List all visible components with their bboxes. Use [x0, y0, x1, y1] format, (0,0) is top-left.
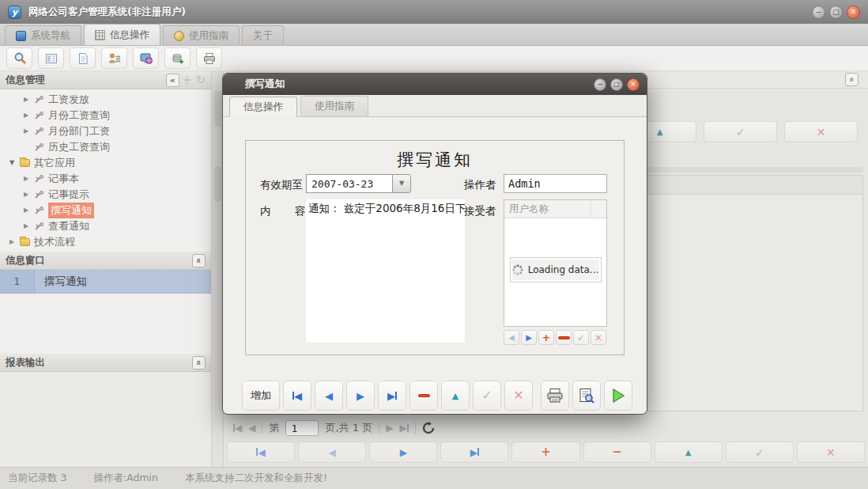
- print-button[interactable]: [541, 381, 569, 411]
- close-button[interactable]: ✕: [847, 6, 860, 19]
- confirm-button[interactable]: ✓: [704, 121, 777, 142]
- tree-item-history-salary-query[interactable]: 历史工资查询: [0, 139, 211, 155]
- expand-arrow-icon[interactable]: ▶: [24, 223, 30, 229]
- document-toolbar-button[interactable]: [70, 47, 96, 69]
- up-button[interactable]: ▲: [441, 381, 470, 411]
- tree-item-other-apps[interactable]: ▼其它应用: [0, 155, 211, 171]
- collapse-left-icon[interactable]: «: [166, 74, 179, 87]
- dialog-minimize-button[interactable]: −: [594, 78, 606, 91]
- refresh-icon[interactable]: ↻: [195, 74, 206, 86]
- expand-arrow-icon[interactable]: ▶: [24, 207, 30, 214]
- remove-record-button[interactable]: −: [583, 442, 651, 463]
- prev-record-button[interactable]: ◀: [298, 442, 366, 463]
- grid-next-button[interactable]: ▶: [521, 330, 537, 345]
- chevron-down-icon[interactable]: ▼: [392, 174, 411, 193]
- monitor-globe-icon: [139, 51, 153, 66]
- first-button[interactable]: ◀: [283, 381, 311, 411]
- move-up-record-button[interactable]: ▲: [655, 442, 723, 463]
- next-page-icon[interactable]: ▶: [386, 423, 393, 433]
- operator-label: 操作者: [464, 178, 496, 192]
- separator: [415, 422, 416, 434]
- form-toolbar-button[interactable]: [38, 47, 64, 69]
- printer-toolbar-button[interactable]: [196, 47, 222, 69]
- tree-item-notepad[interactable]: ▶记事本: [0, 171, 211, 187]
- valid-until-value[interactable]: 2007-03-23: [306, 174, 392, 193]
- last-page-icon[interactable]: ▶: [399, 423, 408, 433]
- collapse-up-icon[interactable]: «: [192, 356, 206, 370]
- ok-button[interactable]: ✓: [473, 381, 501, 411]
- collapse-up-icon[interactable]: «: [845, 73, 859, 86]
- tab-user-guide[interactable]: 使用指南: [163, 25, 240, 45]
- first-record-button[interactable]: ◀: [227, 442, 295, 463]
- database-add-toolbar-button[interactable]: [164, 47, 191, 69]
- expand-arrow-icon[interactable]: ▶: [24, 176, 30, 182]
- grid-cancel-button[interactable]: ✕: [591, 330, 606, 345]
- add-button[interactable]: 增加: [242, 381, 280, 411]
- cancel-record-button[interactable]: ✕: [797, 442, 865, 463]
- tree-label: 其它应用: [34, 156, 75, 170]
- grid-column-header[interactable]: 用户名称: [504, 200, 606, 218]
- tool-icon: [34, 174, 44, 184]
- tree-item-month-salary-query[interactable]: ▶月份工资查询: [0, 108, 211, 123]
- last-record-button[interactable]: ▶: [440, 442, 508, 463]
- dialog-maximize-button[interactable]: □: [610, 78, 623, 91]
- tree-item-tech-process[interactable]: ▶技术流程: [0, 234, 211, 250]
- pagination-bar: ◀ ◀ 第 页,共 1 页 ▶ ▶: [227, 418, 865, 438]
- receiver-grid[interactable]: 用户名称 Loading data...: [504, 199, 607, 327]
- expand-arrow-icon[interactable]: ▶: [24, 128, 30, 135]
- dialog-tab-label: 信息操作: [243, 100, 283, 114]
- operator-field[interactable]: Admin: [504, 174, 607, 193]
- save-record-button[interactable]: ✓: [726, 442, 794, 463]
- dialog-close-button[interactable]: ✕: [627, 78, 640, 91]
- tree-item-note-reminder[interactable]: ▶记事提示: [0, 187, 211, 203]
- dialog-tab-info-ops[interactable]: 信息操作: [229, 97, 297, 117]
- tree-item-write-notice[interactable]: ▶撰写通知: [0, 203, 211, 218]
- grid-confirm-button[interactable]: ✓: [573, 330, 589, 345]
- dialog-titlebar[interactable]: 撰写通知 − □ ✕: [223, 74, 647, 95]
- add-record-button[interactable]: +: [511, 442, 579, 463]
- delete-button[interactable]: [409, 381, 438, 411]
- list-item[interactable]: 1 撰写通知: [0, 270, 211, 294]
- first-page-icon[interactable]: ◀: [233, 423, 242, 433]
- tree-item-salary-pay[interactable]: ▶工资发放: [0, 92, 211, 108]
- tab-about-label: 关于: [253, 29, 273, 43]
- minimize-button[interactable]: −: [812, 6, 825, 19]
- minus-icon: [558, 336, 570, 339]
- dialog-tab-user-guide[interactable]: 使用指南: [300, 96, 368, 116]
- cancel-button[interactable]: ✕: [784, 121, 858, 142]
- search-toolbar-button[interactable]: [6, 47, 32, 69]
- content-textarea[interactable]: 通知： 兹定于2006年8月16日下: [306, 199, 465, 343]
- grid-add-button[interactable]: +: [538, 330, 554, 345]
- add-icon[interactable]: +: [183, 74, 193, 86]
- print-preview-button[interactable]: [572, 381, 601, 411]
- receiver-grid-toolbar: ◀ ▶ + ✓ ✕: [504, 330, 606, 345]
- tab-info-ops[interactable]: 信息操作: [84, 24, 160, 45]
- expand-arrow-icon[interactable]: ▶: [24, 112, 30, 119]
- valid-until-combobox[interactable]: 2007-03-23 ▼: [306, 174, 411, 193]
- next-record-button[interactable]: ▶: [369, 442, 437, 463]
- page-number-input[interactable]: [285, 420, 319, 436]
- next-button[interactable]: ▶: [346, 381, 375, 411]
- collapse-arrow-icon[interactable]: ▼: [9, 160, 16, 166]
- run-button[interactable]: [604, 381, 632, 411]
- user-report-toolbar-button[interactable]: [101, 47, 127, 69]
- info-mgmt-title: 信息管理: [6, 74, 45, 87]
- expand-arrow-icon[interactable]: ▶: [9, 239, 16, 245]
- app-logo: y: [8, 6, 21, 19]
- discard-button[interactable]: ✕: [504, 381, 533, 411]
- tree-item-view-notice[interactable]: ▶查看通知: [0, 218, 211, 234]
- prev-button[interactable]: ◀: [315, 381, 343, 411]
- tab-about[interactable]: 关于: [242, 25, 284, 45]
- expand-arrow-icon[interactable]: ▶: [24, 97, 30, 103]
- expand-arrow-icon[interactable]: ▶: [24, 191, 30, 198]
- tree-item-month-dept-salary[interactable]: ▶月份部门工资: [0, 123, 211, 139]
- tab-system-nav[interactable]: 系统导航: [5, 25, 81, 45]
- grid-prev-button[interactable]: ◀: [504, 330, 519, 345]
- last-button[interactable]: ▶: [378, 381, 406, 411]
- collapse-up-icon[interactable]: «: [192, 254, 206, 267]
- refresh-page-icon[interactable]: [422, 422, 435, 434]
- prev-page-icon[interactable]: ◀: [248, 423, 255, 433]
- grid-remove-button[interactable]: [556, 330, 572, 345]
- monitor-globe-toolbar-button[interactable]: [133, 47, 159, 69]
- maximize-button[interactable]: □: [829, 6, 843, 19]
